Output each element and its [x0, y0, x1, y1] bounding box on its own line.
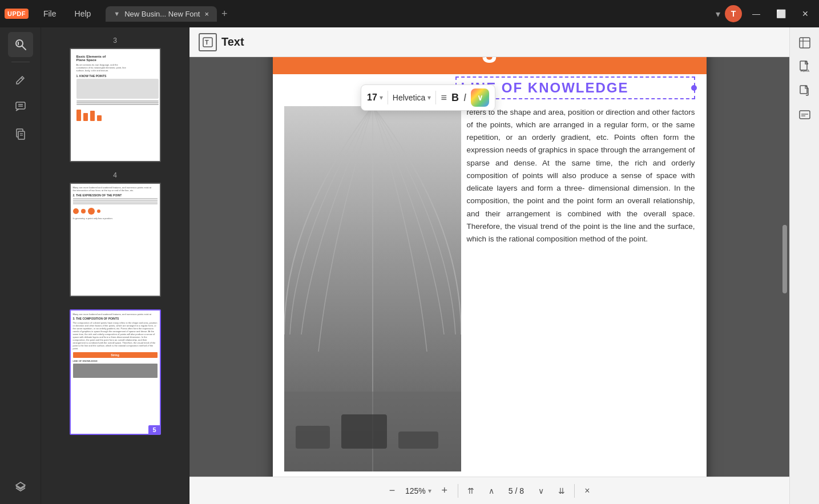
close-button[interactable]: ✕ — [796, 7, 814, 21]
selection-handle-right[interactable] — [691, 85, 697, 91]
user-avatar[interactable]: T — [725, 5, 742, 22]
right-icon-pdf[interactable]: PDF/A — [794, 56, 816, 78]
content-area: T Text 17 ▾ Helvetica ▾ ≡ — [189, 27, 789, 504]
thumb-badge-5: 5 — [148, 425, 160, 434]
svg-point-0 — [16, 40, 23, 47]
text-align-button[interactable]: ≡ — [441, 92, 447, 104]
page-header-number: 3 — [482, 57, 497, 69]
right-icon-sign[interactable] — [794, 104, 816, 126]
svg-rect-4 — [16, 102, 25, 109]
svg-text:PDF/A: PDF/A — [801, 69, 809, 72]
right-icon-convert[interactable] — [794, 80, 816, 102]
sidebar-icon-search[interactable] — [8, 32, 33, 57]
zoom-out-button[interactable]: − — [384, 482, 401, 499]
thumbnail-page-3[interactable]: 3 Basic Elements ofPlane Space As art co… — [41, 32, 189, 167]
svg-rect-26 — [800, 111, 810, 119]
format-divider-1 — [388, 91, 388, 104]
active-tab[interactable]: ▼ New Busin... New Font × — [106, 6, 217, 22]
tab-title: New Busin... New Font — [124, 10, 200, 18]
sidebar-icon-layers[interactable] — [8, 474, 33, 499]
tab-area: ▼ New Busin... New Font × + — [106, 6, 711, 22]
pdf-viewer: 17 ▾ Helvetica ▾ ≡ B I ∨ — [189, 57, 789, 477]
text-format-bar: 17 ▾ Helvetica ▾ ≡ B I ∨ — [361, 84, 495, 111]
sidebar-icon-pages[interactable] — [8, 122, 33, 147]
scrollbar[interactable] — [782, 225, 787, 293]
page-header: 3 — [273, 57, 707, 74]
format-divider-2 — [435, 91, 436, 104]
svg-rect-2 — [18, 42, 19, 45]
nav-prev-button[interactable]: ∧ — [483, 483, 499, 499]
menu-file[interactable]: File — [35, 6, 64, 22]
zoom-dropdown-icon[interactable]: ▾ — [428, 487, 431, 495]
font-name-dropdown-icon[interactable]: ▾ — [427, 94, 431, 102]
italic-button[interactable]: I — [463, 92, 466, 104]
font-name-selector[interactable]: Helvetica ▾ — [393, 93, 431, 102]
tab-close-icon[interactable]: × — [204, 10, 209, 18]
thumb-label-4: 4 — [113, 171, 117, 179]
title-bar: UPDF File Help ▼ New Busin... New Font ×… — [0, 0, 819, 27]
font-size-dropdown[interactable]: ▾ — [380, 94, 383, 102]
color-picker-button[interactable]: ∨ — [471, 88, 489, 107]
color-expand-icon: ∨ — [477, 93, 483, 102]
nav-first-button[interactable]: ⇈ — [463, 483, 479, 499]
page-image — [284, 106, 461, 471]
top-toolbar: T Text — [189, 27, 789, 57]
tab-add-button[interactable]: + — [221, 8, 228, 20]
zoom-level-display[interactable]: 125% ▾ — [405, 486, 431, 495]
svg-line-3 — [21, 78, 23, 79]
right-icon-organize[interactable] — [794, 32, 816, 54]
sidebar-icon-annotate[interactable] — [8, 94, 33, 119]
tab-list-button[interactable]: ▾ — [716, 9, 720, 19]
left-sidebar — [0, 27, 41, 504]
svg-rect-18 — [341, 414, 387, 449]
svg-rect-20 — [800, 38, 810, 48]
nav-next-button[interactable]: ∨ — [533, 483, 549, 499]
bold-button[interactable]: B — [451, 92, 459, 104]
nav-last-button[interactable]: ⇊ — [554, 483, 570, 499]
menu-help[interactable]: Help — [67, 6, 99, 22]
bottom-divider-1 — [458, 484, 458, 498]
bottom-bar: − 125% ▾ + ⇈ ∧ 5 / 8 ∨ ⇊ × — [189, 477, 789, 504]
font-size-value: 17 — [367, 92, 377, 103]
svg-rect-19 — [398, 432, 438, 449]
font-size-group: 17 ▾ — [367, 92, 383, 103]
svg-text:T: T — [205, 39, 209, 46]
bottom-divider-2 — [574, 484, 575, 498]
zoom-in-button[interactable]: + — [436, 482, 453, 499]
thumb-label-3: 3 — [113, 37, 117, 45]
thumbnail-panel: 3 Basic Elements ofPlane Space As art co… — [41, 27, 189, 504]
thumb-3-content: Basic Elements ofPlane Space As art cont… — [73, 51, 161, 124]
text-tool-icon[interactable]: T — [199, 33, 217, 51]
nav-close-button[interactable]: × — [579, 483, 595, 499]
pdf-page: 3 LINE OF KNOWLEDGE — [273, 57, 707, 477]
thumbnail-page-5[interactable]: Many see more battered and scattered fea… — [41, 301, 189, 440]
toolbar-title: Text — [221, 35, 244, 49]
page-body-text: refers to the shape and area, position o… — [467, 106, 695, 246]
title-bar-right: ▾ T — ⬜ ✕ — [713, 5, 814, 22]
toolbar-text-section: T Text — [199, 33, 244, 51]
tab-dropdown-icon[interactable]: ▼ — [114, 10, 120, 17]
main-area: 3 Basic Elements ofPlane Space As art co… — [0, 27, 819, 504]
minimize-button[interactable]: — — [747, 7, 766, 21]
svg-rect-17 — [296, 426, 330, 449]
right-panel: PDF/A — [789, 27, 819, 504]
svg-line-1 — [22, 46, 26, 50]
thumbnail-page-4[interactable]: 4 Many see more battered and scattered f… — [41, 167, 189, 301]
page-info-display: 5 / 8 — [504, 486, 528, 495]
app-logo: UPDF — [5, 9, 29, 19]
sidebar-icon-edit[interactable] — [8, 67, 33, 92]
maximize-button[interactable]: ⬜ — [770, 7, 792, 21]
sidebar-divider-1 — [11, 62, 30, 62]
